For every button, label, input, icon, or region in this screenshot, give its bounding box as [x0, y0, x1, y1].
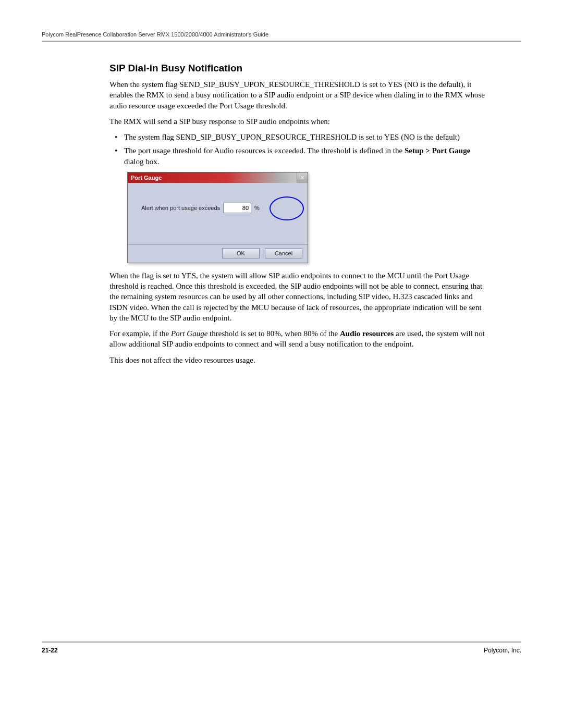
- dialog-title: Port Gauge: [131, 175, 162, 181]
- port-usage-input[interactable]: [223, 203, 251, 213]
- field-label: Alert when port usage exceeds: [141, 205, 220, 211]
- page-number: 21-22: [42, 647, 58, 654]
- cancel-button[interactable]: Cancel: [265, 248, 302, 258]
- text-bold: Setup > Port Gauge: [405, 146, 470, 155]
- company-name: Polycom, Inc.: [484, 647, 521, 654]
- ok-button[interactable]: OK: [222, 248, 260, 258]
- paragraph: For example, if the Port Gauge threshold…: [109, 328, 490, 350]
- page-footer: 21-22 Polycom, Inc.: [42, 641, 521, 654]
- close-icon[interactable]: ×: [297, 172, 308, 183]
- text: dialog box.: [124, 157, 160, 166]
- list-item: The system flag SEND_SIP_BUSY_UPON_RESOU…: [109, 132, 490, 142]
- text: threshold is set to 80%, when 80% of the: [207, 329, 340, 338]
- dialog-body: Alert when port usage exceeds %: [128, 183, 308, 244]
- paragraph: The RMX will send a SIP busy response to…: [109, 116, 490, 127]
- percent-label: %: [254, 205, 260, 211]
- dialog-titlebar: Port Gauge ×: [128, 172, 308, 183]
- text-italic: Port Gauge: [171, 329, 207, 338]
- paragraph: When the flag is set to YES, the system …: [109, 270, 490, 323]
- bullet-list: The system flag SEND_SIP_BUSY_UPON_RESOU…: [109, 132, 490, 167]
- dialog-footer: OK Cancel: [128, 244, 308, 263]
- main-content: SIP Dial-in Busy Notification When the s…: [109, 63, 490, 365]
- running-header: Polycom RealPresence Collaboration Serve…: [42, 31, 521, 42]
- text: The port usage threshold for Audio resou…: [124, 146, 405, 155]
- text: For example, if the: [109, 329, 171, 338]
- port-gauge-dialog: Port Gauge × Alert when port usage excee…: [127, 172, 308, 263]
- dialog-screenshot: Port Gauge × Alert when port usage excee…: [127, 172, 490, 263]
- text-bold: Audio resources: [340, 329, 394, 338]
- paragraph: When the system flag SEND_SIP_BUSY_UPON_…: [109, 79, 490, 111]
- section-title: SIP Dial-in Busy Notification: [109, 63, 490, 74]
- list-item: The port usage threshold for Audio resou…: [109, 145, 490, 167]
- annotation-oval: [270, 196, 304, 220]
- paragraph: This does not affect the video resources…: [109, 355, 490, 365]
